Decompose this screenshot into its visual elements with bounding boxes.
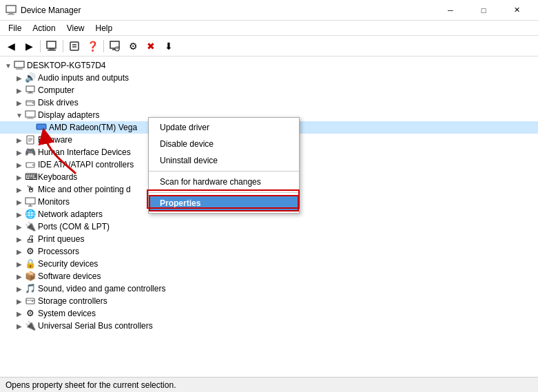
hid-expand-icon[interactable]: ▶: [14, 149, 25, 156]
print-expand-icon[interactable]: ▶: [14, 236, 25, 243]
show-hide-button[interactable]: [43, 38, 60, 54]
sound-expand-icon[interactable]: ▶: [14, 285, 25, 293]
tree-ports[interactable]: ▶ 🔌 Ports (COM & LPT): [0, 220, 538, 233]
disk-drives-label: Disk drives: [38, 98, 79, 107]
context-update-driver[interactable]: Update driver: [149, 119, 299, 136]
svg-rect-26: [37, 125, 45, 129]
mice-label: Mice and other pointing d: [38, 185, 131, 194]
menu-bar: File Action View Help: [0, 21, 538, 36]
tree-disk-drives[interactable]: ▶ Disk drives: [0, 96, 538, 109]
computer-label: Computer: [38, 85, 74, 95]
security-expand-icon[interactable]: ▶: [14, 260, 25, 268]
ide-label: IDE ATA/ATAPI controllers: [38, 160, 134, 169]
menu-view[interactable]: View: [61, 22, 90, 34]
context-menu: Update driver Disable device Uninstall d…: [148, 117, 300, 214]
ports-icon: 🔌: [25, 221, 36, 232]
uninstall-toolbar-button[interactable]: ⬇: [161, 38, 177, 54]
print-label: Print queues: [38, 234, 84, 244]
tree-sound[interactable]: ▶ 🎵 Sound, video and game controllers: [0, 282, 538, 295]
tree-security[interactable]: ▶ 🔒 Security devices: [0, 258, 538, 270]
menu-help[interactable]: Help: [90, 22, 118, 34]
context-separator-1: [149, 171, 299, 172]
storage-icon: [25, 296, 36, 307]
svg-rect-23: [28, 117, 32, 118]
minimize-button[interactable]: ─: [435, 0, 466, 21]
menu-action[interactable]: Action: [27, 22, 61, 34]
disk-expand-icon[interactable]: ▶: [14, 99, 25, 107]
properties-toolbar-button[interactable]: [66, 38, 83, 54]
tree-usb[interactable]: ▶ 🔌 Universal Serial Bus controllers: [0, 320, 538, 332]
svg-rect-33: [25, 198, 35, 204]
svg-rect-1: [9, 12, 13, 14]
mice-expand-icon[interactable]: ▶: [14, 186, 25, 194]
context-uninstall-device[interactable]: Uninstall device: [149, 152, 299, 169]
audio-expand-icon[interactable]: ▶: [14, 74, 25, 82]
hid-label: Human Interface Devices: [38, 147, 131, 157]
svg-rect-3: [47, 41, 56, 48]
audio-label: Audio inputs and outputs: [38, 73, 129, 83]
tree-root[interactable]: ▼ DESKTOP-KGT57D4: [0, 59, 538, 72]
system-expand-icon[interactable]: ▶: [14, 310, 25, 318]
tree-storage[interactable]: ▶ Storage controllers: [0, 295, 538, 307]
display-expand-icon[interactable]: ▼: [14, 112, 25, 119]
svg-rect-13: [14, 61, 24, 68]
keyboard-expand-icon[interactable]: ▶: [14, 174, 25, 181]
root-label: DESKTOP-KGT57D4: [27, 61, 105, 70]
computer-expand-icon[interactable]: ▶: [14, 87, 25, 94]
maximize-button[interactable]: □: [468, 0, 499, 21]
main-area: ▼ DESKTOP-KGT57D4 ▶ 🔊 Audio inputs and o…: [0, 56, 538, 377]
tree-processors[interactable]: ▶ ⚙ Processors: [0, 245, 538, 258]
svg-rect-14: [17, 68, 21, 69]
storage-label: Storage controllers: [38, 296, 107, 306]
forward-button[interactable]: ▶: [21, 38, 37, 54]
svg-rect-16: [26, 86, 34, 92]
storage-expand-icon[interactable]: ▶: [14, 298, 25, 305]
ide-expand-icon[interactable]: ▶: [14, 161, 25, 169]
firmware-label: Firmware: [38, 135, 72, 145]
firmware-expand-icon[interactable]: ▶: [14, 136, 25, 144]
svg-rect-18: [28, 93, 33, 94]
root-computer-icon: [14, 60, 25, 71]
usb-expand-icon[interactable]: ▶: [14, 322, 25, 330]
security-icon: 🔒: [25, 258, 36, 269]
menu-file[interactable]: File: [3, 22, 27, 34]
context-properties[interactable]: Properties: [149, 195, 299, 212]
scan-hardware-button[interactable]: +: [107, 38, 123, 54]
close-button[interactable]: ✕: [501, 0, 532, 21]
sound-label: Sound, video and game controllers: [38, 284, 165, 293]
tree-print[interactable]: ▶ 🖨 Print queues: [0, 233, 538, 245]
tree-system[interactable]: ▶ ⚙ System devices: [0, 307, 538, 320]
device-tree[interactable]: ▼ DESKTOP-KGT57D4 ▶ 🔊 Audio inputs and o…: [0, 56, 538, 377]
keyboards-label: Keyboards: [38, 172, 77, 182]
tree-computer[interactable]: ▶ Computer: [0, 84, 538, 96]
help-toolbar-button[interactable]: ❓: [84, 38, 101, 54]
monitors-label: Monitors: [38, 197, 70, 207]
display-adapters-label: Display adapters: [38, 110, 99, 120]
update-driver-toolbar-button[interactable]: ⚙: [125, 38, 141, 54]
svg-rect-36: [26, 298, 34, 304]
amd-label: AMD Radeon(TM) Vega: [49, 123, 137, 132]
software-expand-icon[interactable]: ▶: [14, 273, 25, 280]
sound-icon: 🎵: [25, 283, 36, 294]
context-disable-device[interactable]: Disable device: [149, 136, 299, 152]
display-icon: [25, 110, 36, 121]
tree-audio[interactable]: ▶ 🔊 Audio inputs and outputs: [0, 72, 538, 84]
svg-rect-5: [48, 50, 56, 51]
system-label: System devices: [38, 309, 96, 318]
svg-rect-15: [16, 69, 23, 70]
usb-icon: 🔌: [25, 320, 36, 331]
system-icon: ⚙: [25, 308, 36, 319]
processors-expand-icon[interactable]: ▶: [14, 248, 25, 256]
hid-icon: 🎮: [25, 147, 36, 158]
toolbar-separator-2: [63, 40, 63, 52]
back-button[interactable]: ◀: [3, 38, 19, 54]
ports-expand-icon[interactable]: ▶: [14, 223, 25, 231]
context-scan-hardware[interactable]: Scan for hardware changes: [149, 174, 299, 190]
svg-rect-22: [25, 111, 35, 117]
disk-icon: [25, 97, 36, 108]
network-expand-icon[interactable]: ▶: [14, 211, 25, 218]
tree-software[interactable]: ▶ 📦 Software devices: [0, 270, 538, 282]
disable-toolbar-button[interactable]: ✖: [143, 38, 159, 54]
root-expand-icon[interactable]: ▼: [3, 62, 14, 70]
monitors-expand-icon[interactable]: ▶: [14, 198, 25, 206]
